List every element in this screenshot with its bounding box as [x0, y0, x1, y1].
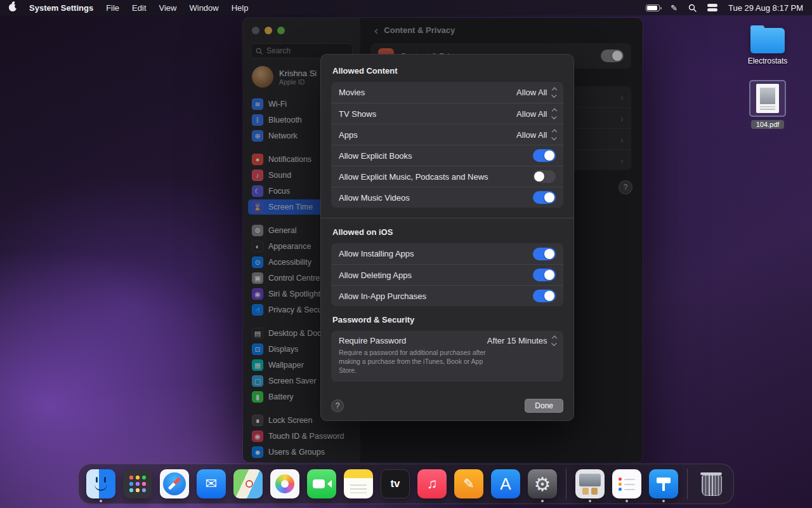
menubar-clock[interactable]: Tue 29 Aug 8:17 PM: [728, 3, 803, 13]
apple-menu-icon[interactable]: [9, 4, 16, 11]
password-group: Require Password After 15 Minutes Requir…: [331, 331, 563, 382]
dock-keynote[interactable]: [649, 469, 678, 498]
sidebar-item-touch-id[interactable]: ◉Touch ID & Password: [248, 429, 355, 444]
sound-icon: ♪: [252, 170, 263, 181]
explicit-books-toggle[interactable]: [533, 149, 556, 162]
password-security-title: Password & Security: [332, 315, 563, 324]
chevron-right-icon: ›: [620, 91, 624, 102]
music-icon: [417, 469, 447, 498]
pencil-icon[interactable]: ✎: [671, 3, 678, 13]
done-button[interactable]: Done: [525, 399, 563, 413]
dock-facetime[interactable]: [307, 469, 336, 498]
explicit-music-toggle[interactable]: [533, 170, 556, 183]
menu-help[interactable]: Help: [232, 3, 249, 13]
menu-view[interactable]: View: [159, 3, 177, 13]
help-button[interactable]: ?: [619, 180, 632, 194]
desktop-dock-icon: ▤: [252, 328, 263, 339]
preview-icon: [575, 469, 605, 498]
system-settings-window: Krishna Si Apple ID ≋Wi-Fi ᛒBluetooth ⊕N…: [243, 18, 643, 462]
control-center-icon[interactable]: [707, 4, 717, 11]
accessibility-icon: ⊙: [252, 257, 263, 268]
dock-reminders[interactable]: [612, 469, 641, 498]
installing-apps-toggle[interactable]: [533, 248, 556, 260]
stepper-icon: [553, 109, 556, 118]
dock-preview[interactable]: [575, 469, 605, 498]
dock-mail[interactable]: [197, 469, 226, 498]
dock-music[interactable]: [417, 469, 447, 498]
dock-system-settings[interactable]: [528, 469, 557, 498]
dock-launchpad[interactable]: [123, 469, 152, 498]
menu-window[interactable]: Window: [189, 3, 218, 13]
sheet-help-button[interactable]: ?: [331, 399, 344, 412]
wallpaper-icon: ▦: [252, 359, 263, 371]
window-controls: [243, 25, 360, 36]
close-button[interactable]: [252, 27, 259, 34]
music-videos-toggle[interactable]: [533, 191, 556, 204]
require-password-row: Require Password After 15 Minutes Requir…: [331, 331, 563, 382]
battery-settings-icon: ▮: [252, 391, 263, 403]
chevron-right-icon: ›: [620, 113, 624, 124]
in-app-purchases-row: Allow In-App Purchases: [331, 285, 563, 306]
in-app-purchases-toggle[interactable]: [533, 290, 556, 302]
dock-divider: [687, 469, 688, 499]
back-chevron-icon[interactable]: ‹: [374, 24, 378, 36]
touch-id-icon: ◉: [252, 431, 263, 442]
deleting-apps-toggle[interactable]: [533, 269, 556, 281]
pdf-file-icon: [756, 84, 779, 113]
dock-safari[interactable]: [160, 469, 189, 498]
menubar-app-name[interactable]: System Settings: [29, 3, 93, 13]
allowed-content-group: Movies Allow All TV Shows Allow All Apps: [331, 82, 563, 208]
zoom-button[interactable]: [277, 27, 285, 34]
dock-maps[interactable]: [233, 469, 263, 498]
search-icon[interactable]: [688, 4, 697, 12]
dock-trash[interactable]: [697, 469, 726, 498]
require-password-description: Require a password for additional purcha…: [339, 348, 502, 375]
privacy-security-icon: ☝: [252, 304, 263, 316]
dock-pages[interactable]: [454, 469, 483, 498]
file-selection-box: [749, 80, 786, 117]
general-icon: ⚙: [252, 225, 263, 236]
chevron-right-icon: ›: [620, 134, 624, 145]
desktop-folder-electrostats[interactable]: Electrostats: [738, 28, 797, 66]
allowed-ios-title: Allowed on iOS: [332, 227, 563, 237]
keynote-icon: [649, 469, 678, 498]
allowed-ios-group: Allow Installing Apps Allow Deleting App…: [331, 243, 563, 306]
explicit-books-row: Allow Explicit Books: [331, 145, 563, 166]
tv-shows-row: TV Shows Allow All: [331, 103, 563, 124]
installing-apps-row: Allow Installing Apps: [331, 243, 563, 264]
users-groups-icon: ☻: [252, 446, 263, 458]
mail-icon: [197, 469, 226, 498]
movies-popup-button[interactable]: Allow All: [516, 88, 556, 97]
search-field-icon: [256, 48, 263, 55]
dock-appletv[interactable]: [381, 469, 410, 498]
finder-icon: [86, 469, 115, 498]
photos-icon: [270, 469, 299, 498]
dock-appstore[interactable]: [491, 469, 520, 498]
dock: [78, 464, 734, 504]
sidebar-item-users-groups[interactable]: ☻Users & Groups: [248, 444, 355, 460]
pages-icon: [454, 469, 483, 498]
dock-photos[interactable]: [270, 469, 299, 498]
avatar: [252, 66, 273, 88]
wifi-icon: ≋: [252, 98, 263, 110]
dock-notes[interactable]: [344, 469, 373, 498]
content-privacy-toggle[interactable]: [601, 50, 624, 62]
deleting-apps-row: Allow Deleting Apps: [331, 264, 563, 285]
music-videos-row: Allow Music Videos: [331, 187, 563, 208]
app-store-icon: [491, 469, 520, 498]
apps-popup-button[interactable]: Allow All: [516, 130, 556, 140]
desktop-file-104pdf[interactable]: 104.pdf: [738, 80, 797, 130]
menu-edit[interactable]: Edit: [132, 3, 146, 13]
menu-file[interactable]: File: [106, 3, 119, 13]
minimize-button[interactable]: [265, 27, 272, 34]
bluetooth-icon: ᛒ: [252, 114, 263, 126]
dock-finder[interactable]: [86, 469, 115, 498]
network-icon: ⊕: [252, 130, 263, 142]
notes-icon: [344, 469, 373, 498]
reminders-icon: [612, 469, 641, 498]
require-password-popup-button[interactable]: After 15 Minutes: [487, 336, 556, 345]
tv-shows-popup-button[interactable]: Allow All: [516, 109, 556, 119]
sheet-footer: ? Done: [331, 399, 563, 413]
battery-icon[interactable]: [646, 4, 660, 11]
chevron-right-icon: ›: [620, 155, 624, 166]
